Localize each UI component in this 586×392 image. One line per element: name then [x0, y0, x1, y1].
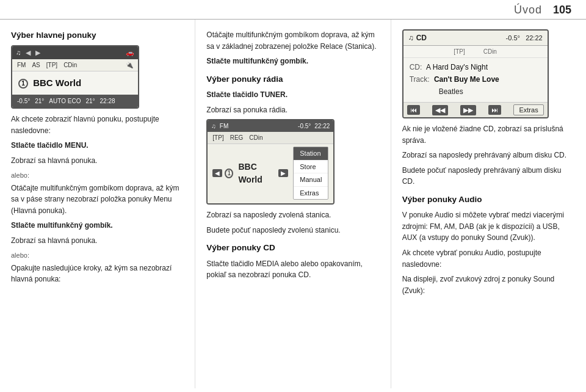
cd-label: CD:	[410, 63, 422, 71]
prev-track-btn[interactable]: ⏮	[407, 105, 420, 115]
col1-or2: alebo:	[11, 250, 184, 261]
screen3-source-label: ♫ CD	[408, 32, 427, 43]
col3-step1: Na displeji, zvoľ zvukový zdroj z ponuky…	[402, 274, 575, 296]
col3-para5: Ak chcete vybrať ponuku Audio, postupujt…	[402, 247, 575, 270]
s2-station-num: 1	[225, 169, 233, 178]
page-header: Úvod 105	[0, 0, 586, 20]
auto-eco: AUTO ECO	[49, 96, 81, 106]
next-track-btn[interactable]: ⏭	[488, 105, 501, 115]
car-icon: 🚗	[126, 48, 134, 58]
col1-result1: Zobrazí sa hlavná ponuka.	[11, 155, 184, 167]
col1-heading1: Výber hlavnej ponuky	[11, 29, 184, 42]
screen2-temp: -0.5°	[298, 122, 311, 131]
screen2-topbar-right: -0.5° 22:22	[298, 122, 330, 131]
col2-para1: Otáčajte multifunkčným gombíkom doprava,…	[206, 29, 379, 52]
col1-step2: Stlačte multifunkčný gombík.	[11, 220, 184, 231]
music-icon: ♫	[16, 48, 21, 58]
screen1-bottom: -0.5° 21° AUTO ECO 21° 22:28	[12, 95, 138, 107]
label-plug: 🔌	[126, 60, 133, 70]
temp-left: -0.5°	[17, 96, 30, 106]
col3-heading-audio: Výber ponuky Audio	[402, 194, 575, 206]
col1-para1: Ak chcete zobraziť hlavnú ponuku, postup…	[11, 114, 184, 136]
cd-screen: ♫ CD -0.5° 22:22 [TP] CDin CD: A Hard Da…	[402, 29, 549, 118]
clock: 22:28	[100, 96, 115, 106]
radio-screen-2: ♫ FM -0.5° 22:22 [TP] REG CDin ◀ 1 BBC W…	[206, 119, 335, 205]
screen2-source: FM	[220, 122, 228, 131]
cd-value: A Hard Day's Night	[426, 63, 488, 71]
col2-result2: Zobrazí sa ponuka rádia.	[206, 104, 379, 116]
screen1-labels: FM AS [TP] CDin 🔌	[12, 59, 138, 71]
col1-result2: Zobrazí sa hlavná ponuka.	[11, 235, 184, 247]
track-label: Track:	[410, 75, 430, 84]
screen2-labels: [TP] REG CDin	[208, 132, 333, 144]
main-content: Výber hlavnej ponuky ♫ ◀ ▶ 🚗 FM AS [TP] …	[0, 20, 586, 388]
menu-item-extras[interactable]: Extras	[294, 187, 328, 200]
screen3-source: CD	[416, 32, 427, 43]
s3-tp: [TP]	[454, 47, 465, 56]
menu-item-store[interactable]: Store	[294, 161, 328, 174]
col1-or1: alebo:	[11, 170, 184, 181]
prev-station-btn[interactable]: ◀	[212, 169, 222, 177]
col2-para4: Budete počuť naposledy zvolenú stanicu.	[206, 225, 379, 236]
screen1-topbar: ♫ ◀ ▶ 🚗	[12, 46, 138, 59]
col2-result3: Zobrazí sa naposledy zvolená stanica.	[206, 209, 379, 221]
artist-name: Beatles	[439, 86, 541, 97]
col1-para3: Opakujte nasledujúce kroky, až kým sa ne…	[11, 263, 184, 285]
station-menu: Station Store Manual Extras	[293, 147, 328, 200]
label-cdin: CDin	[63, 60, 77, 70]
screen2-time: 22:22	[314, 122, 330, 131]
arrow-left-icon: ◀	[26, 48, 31, 58]
extras-btn[interactable]: Extras	[513, 104, 543, 115]
chapter-title: Úvod	[514, 4, 542, 16]
col1-step1: Stlačte tlačidlo MENU.	[11, 140, 184, 151]
column-2: Otáčajte multifunkčným gombíkom doprava,…	[195, 20, 391, 388]
s2-station-name: BBC World	[238, 161, 276, 186]
track-value: Can't Buy Me Love	[434, 75, 499, 84]
screen2-main: ◀ 1 BBC World ▶ Station Store Manual Ext…	[208, 144, 333, 203]
column-1: Výber hlavnej ponuky ♫ ◀ ▶ 🚗 FM AS [TP] …	[0, 20, 195, 388]
label-fm: FM	[17, 60, 26, 70]
screen3-time: 22:22	[526, 34, 543, 42]
menu-item-manual[interactable]: Manual	[294, 173, 328, 187]
screen3-music-icon: ♫	[408, 32, 414, 43]
screen3-cd-row: CD: A Hard Day's Night	[410, 62, 541, 73]
s2-tp: [TP]	[212, 133, 223, 142]
label-tp: [TP]	[46, 60, 57, 70]
screen1-main: 1 BBC World	[12, 71, 138, 95]
col2-heading2: Výber ponuky rádia	[206, 73, 379, 85]
arrow-right-icon: ▶	[35, 48, 40, 58]
rewind-btn[interactable]: ◀◀	[432, 105, 448, 115]
temp-right: 21°	[85, 96, 95, 106]
page-number: 105	[553, 4, 571, 16]
temp-mid: 21°	[35, 96, 44, 106]
forward-btn[interactable]: ▶▶	[460, 105, 476, 115]
col2-step2: Stlačte tlačidlo TUNER.	[206, 89, 379, 101]
screen2-topbar: ♫ FM -0.5° 22:22	[208, 120, 333, 132]
station-number-circle: 1	[18, 79, 28, 89]
screen2-music-icon: ♫	[211, 122, 216, 131]
menu-item-station[interactable]: Station	[294, 147, 328, 161]
screen3-temp: -0.5°	[506, 34, 520, 42]
label-as: AS	[32, 60, 40, 70]
screen3-subtitle: [TP] CDin	[403, 46, 548, 58]
col3-para4: V ponuke Audio si môžete vybrať medzi vi…	[402, 209, 575, 244]
screen1-station: 1 BBC World	[18, 76, 132, 90]
col3-para3: Budete počuť naposledy prehrávaný album …	[402, 165, 575, 187]
s2-cdin: CDin	[249, 133, 262, 142]
next-station-btn[interactable]: ▶	[278, 169, 288, 177]
screen3-content: CD: A Hard Day's Night Track: Can't Buy …	[403, 58, 548, 102]
col2-heading3: Výber ponuky CD	[206, 242, 379, 254]
screen3-topbar: ♫ CD -0.5° 22:22	[403, 31, 548, 46]
column-3: ♫ CD -0.5° 22:22 [TP] CDin CD: A Hard Da…	[391, 20, 586, 388]
col2-step1: Stlačte multifunkčný gombík.	[206, 56, 379, 67]
screen3-controls: ⏮ ◀◀ ▶▶ ⏭ Extras	[403, 102, 548, 117]
col3-para2: Zobrazí sa naposledy prehrávaný album di…	[402, 150, 575, 161]
screen2-station-row: ◀ 1 BBC World ▶ Station Store Manual Ext…	[212, 147, 328, 200]
col2-step3: Stlačte tlačidlo MEDIA alebo alebo opako…	[206, 258, 379, 281]
s2-reg: REG	[230, 133, 244, 142]
s3-cdin: CDin	[483, 47, 497, 56]
screen3-datetime: -0.5° 22:22	[506, 33, 543, 43]
screen3-track-row: Track: Can't Buy Me Love	[410, 74, 541, 85]
radio-screen-1: ♫ ◀ ▶ 🚗 FM AS [TP] CDin 🔌 1 BBC World -0…	[11, 45, 139, 109]
col3-para1: Ak nie je vložené žiadne CD, zobrazí sa …	[402, 123, 575, 146]
